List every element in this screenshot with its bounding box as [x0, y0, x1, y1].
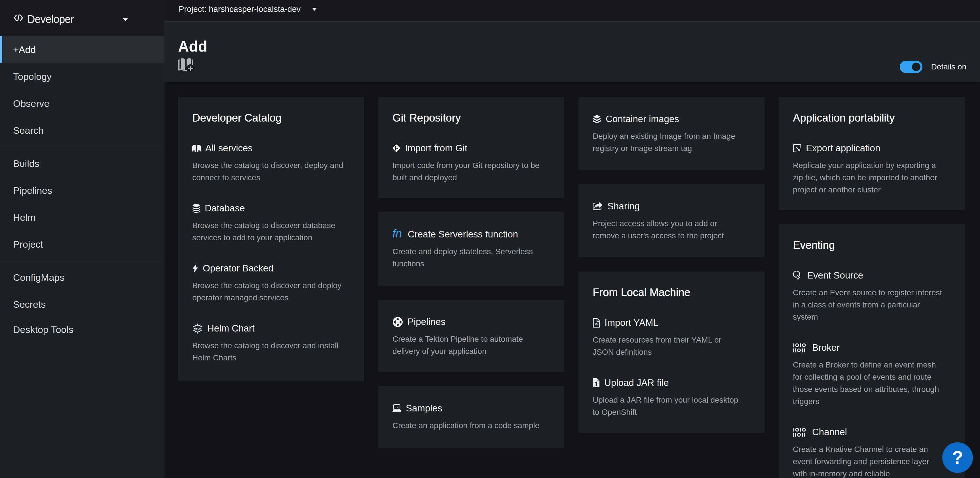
svg-text:HELM: HELM: [194, 327, 201, 330]
svg-text:‹>: ‹>: [395, 406, 398, 409]
svg-text:fn: fn: [393, 228, 402, 240]
svg-text:‹/›: ‹/›: [595, 322, 598, 326]
